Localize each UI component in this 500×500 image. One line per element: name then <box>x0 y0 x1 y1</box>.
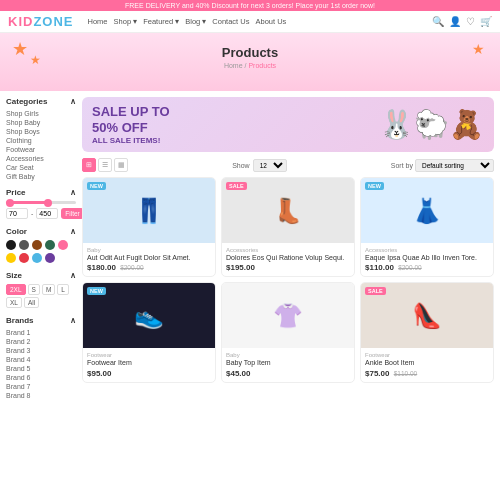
list-view-button[interactable]: ☰ <box>98 158 112 172</box>
color-swatches <box>6 240 76 263</box>
nav-featured[interactable]: Featured ▾ <box>143 17 179 26</box>
view-options: ⊞ ☰ ▦ <box>82 158 128 172</box>
categories-list: Shop GirlsShop BabyShop BoysClothingFoot… <box>6 110 76 180</box>
sidebar-category-item[interactable]: Shop Baby <box>6 119 76 126</box>
brands-toggle[interactable]: ∧ <box>70 316 76 325</box>
sale-banner: SALE UP TO 50% OFF ALL SALE ITEMS! 🐰🐑🧸 <box>82 97 494 152</box>
price-thumb-left[interactable] <box>6 199 14 207</box>
product-info: Footwear Footwear Item $95.00 <box>83 348 215 381</box>
product-price: $195.00 <box>226 263 350 272</box>
search-icon[interactable]: 🔍 <box>432 16 444 27</box>
price-slider[interactable] <box>6 201 76 204</box>
nav-about[interactable]: About Us <box>255 17 286 26</box>
color-swatch[interactable] <box>58 240 68 250</box>
sidebar-category-item[interactable]: Gift Baby <box>6 173 76 180</box>
product-badge: NEW <box>365 182 384 190</box>
brand-item[interactable]: Brand 8 <box>6 392 76 399</box>
brand-item[interactable]: Brand 6 <box>6 374 76 381</box>
product-name: Eaque Ipsa Quae Ab Illo Inven Tore. <box>365 254 489 262</box>
wishlist-icon[interactable]: ♡ <box>466 16 475 27</box>
color-swatch[interactable] <box>6 240 16 250</box>
product-image: 👚 <box>222 283 354 348</box>
logo[interactable]: KIDZONE <box>8 14 74 29</box>
nav-links: Home Shop ▾ Featured ▾ Blog ▾ Contact Us… <box>88 17 426 26</box>
product-info: Baby Baby Top Item $45.00 <box>222 348 354 381</box>
color-section: Color ∧ <box>6 227 76 263</box>
nav-contact[interactable]: Contact Us <box>212 17 249 26</box>
brands-title: Brands ∧ <box>6 316 76 325</box>
nav-blog[interactable]: Blog ▾ <box>185 17 206 26</box>
logo-zone: ZONE <box>33 14 73 29</box>
product-category: Accessories <box>226 247 350 253</box>
compact-view-button[interactable]: ▦ <box>114 158 128 172</box>
brand-item[interactable]: Brand 7 <box>6 383 76 390</box>
product-card[interactable]: SALE 👠 Footwear Ankle Boot Item $75.00 $… <box>360 282 494 382</box>
price-title: Price ∧ <box>6 188 76 197</box>
size-button[interactable]: S <box>28 284 40 295</box>
product-name: Footwear Item <box>87 359 211 367</box>
grid-view-button[interactable]: ⊞ <box>82 158 96 172</box>
product-card[interactable]: SALE 👢 Accessories Dolores Eos Qui Ratio… <box>221 177 355 277</box>
size-button[interactable]: All <box>24 297 39 308</box>
product-category: Accessories <box>365 247 489 253</box>
nav-icons: 🔍 👤 ♡ 🛒 <box>432 16 492 27</box>
brand-item[interactable]: Brand 3 <box>6 347 76 354</box>
price-thumb-right[interactable] <box>44 199 52 207</box>
sidebar-category-item[interactable]: Shop Girls <box>6 110 76 117</box>
sale-line1: SALE UP TO <box>92 104 170 120</box>
color-swatch[interactable] <box>32 240 42 250</box>
show-label: Show <box>232 162 250 169</box>
color-swatch[interactable] <box>19 253 29 263</box>
filter-button[interactable]: Filter <box>61 208 83 219</box>
sidebar-category-item[interactable]: Accessories <box>6 155 76 162</box>
star-left-small: ★ <box>30 53 41 67</box>
size-button[interactable]: M <box>42 284 55 295</box>
color-swatch[interactable] <box>45 240 55 250</box>
size-button[interactable]: XL <box>6 297 22 308</box>
price-max-input[interactable] <box>36 208 58 219</box>
brand-item[interactable]: Brand 1 <box>6 329 76 336</box>
sidebar: Categories ∧ Shop GirlsShop BabyShop Boy… <box>6 97 76 407</box>
price-toggle[interactable]: ∧ <box>70 188 76 197</box>
product-category: Baby <box>226 352 350 358</box>
product-card[interactable]: 👚 Baby Baby Top Item $45.00 <box>221 282 355 382</box>
product-price: $180.00 $200.00 <box>87 263 211 272</box>
sidebar-category-item[interactable]: Shop Boys <box>6 128 76 135</box>
color-swatch[interactable] <box>19 240 29 250</box>
price-min-input[interactable] <box>6 208 28 219</box>
hero-section: ★ ★ ★ Products Home / Products <box>0 33 500 91</box>
brand-item[interactable]: Brand 5 <box>6 365 76 372</box>
size-button[interactable]: L <box>57 284 69 295</box>
announcement-bar: FREE DELIVERY and 40% Discount for next … <box>0 0 500 11</box>
sort-label: Sort by <box>391 162 413 169</box>
price-range: - Filter <box>6 201 76 219</box>
brand-item[interactable]: Brand 2 <box>6 338 76 345</box>
breadcrumb-home[interactable]: Home <box>224 62 243 69</box>
show-select[interactable]: 12 24 36 <box>253 159 287 172</box>
color-swatch[interactable] <box>6 253 16 263</box>
color-toggle[interactable]: ∧ <box>70 227 76 236</box>
size-button[interactable]: 2XL <box>6 284 26 295</box>
nav-home[interactable]: Home <box>88 17 108 26</box>
size-toggle[interactable]: ∧ <box>70 271 76 280</box>
color-swatch[interactable] <box>45 253 55 263</box>
sort-select[interactable]: Default sorting Price: Low to High Price… <box>415 159 494 172</box>
nav-shop[interactable]: Shop ▾ <box>114 17 138 26</box>
sale-toys-image: 🐰🐑🧸 <box>379 108 484 141</box>
size-section: Size ∧ 2XLSMLXLAll <box>6 271 76 308</box>
product-card[interactable]: NEW 👖 Baby Aut Odit Aut Fugit Dolor Sit … <box>82 177 216 277</box>
price-section: Price ∧ - Filter <box>6 188 76 219</box>
product-category: Footwear <box>365 352 489 358</box>
main-content: Categories ∧ Shop GirlsShop BabyShop Boy… <box>0 91 500 413</box>
sidebar-category-item[interactable]: Footwear <box>6 146 76 153</box>
sidebar-category-item[interactable]: Car Seat <box>6 164 76 171</box>
product-card[interactable]: NEW 👗 Accessories Eaque Ipsa Quae Ab Ill… <box>360 177 494 277</box>
cart-icon[interactable]: 🛒 <box>480 16 492 27</box>
sidebar-category-item[interactable]: Clothing <box>6 137 76 144</box>
categories-toggle[interactable]: ∧ <box>70 97 76 106</box>
product-card[interactable]: NEW 👟 Footwear Footwear Item $95.00 <box>82 282 216 382</box>
color-swatch[interactable] <box>32 253 42 263</box>
product-old-price: $110.00 <box>394 370 418 377</box>
brand-item[interactable]: Brand 4 <box>6 356 76 363</box>
user-icon[interactable]: 👤 <box>449 16 461 27</box>
